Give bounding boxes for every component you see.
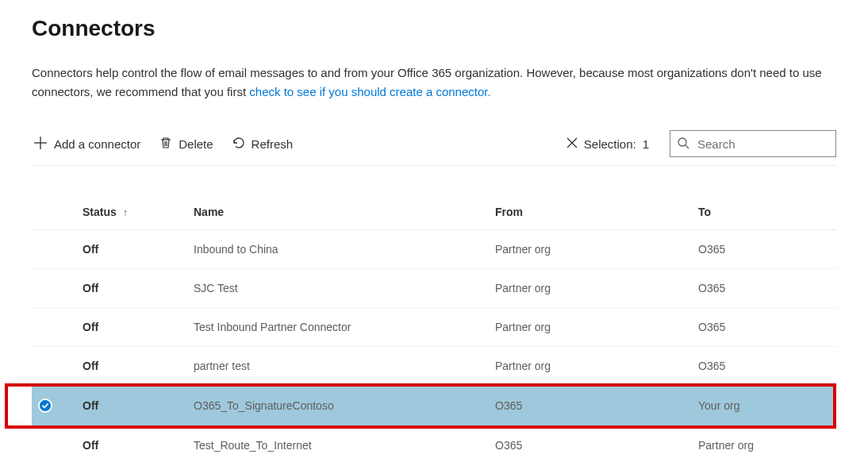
trash-icon (159, 137, 172, 152)
header-checkbox[interactable] (32, 198, 76, 230)
delete-label: Delete (179, 137, 213, 151)
delete-button[interactable]: Delete (158, 133, 214, 155)
header-from[interactable]: From (489, 198, 692, 230)
table-row[interactable]: OffO365_To_SignatureContosoO365Your org (32, 386, 836, 426)
search-icon (677, 137, 689, 152)
sort-ascending-icon: ↑ (123, 206, 129, 218)
row-to: Your org (692, 386, 836, 426)
row-name[interactable]: O365_To_SignatureContoso (187, 386, 489, 426)
row-checkbox-cell[interactable] (32, 347, 76, 386)
row-status: Off (76, 269, 187, 308)
row-status: Off (76, 347, 187, 386)
row-from: Partner org (489, 347, 692, 386)
svg-point-6 (678, 138, 686, 146)
table-row[interactable]: OffSJC TestPartner orgO365 (32, 269, 836, 308)
row-checkbox-cell[interactable] (32, 386, 76, 426)
header-to[interactable]: To (692, 198, 836, 230)
page-title: Connectors (32, 16, 836, 41)
plus-icon (33, 136, 48, 152)
row-name[interactable]: Inbound to China (187, 230, 489, 269)
selection-indicator[interactable]: Selection: 1 (567, 137, 649, 151)
row-from: Partner org (489, 230, 692, 269)
page-description: Connectors help control the flow of emai… (32, 64, 833, 102)
checkmark-icon (38, 398, 52, 413)
close-icon (567, 137, 578, 151)
header-status-label: Status (83, 206, 117, 218)
row-checkbox-cell[interactable] (32, 426, 76, 459)
connectors-table: Status ↑ Name From To OffInbound to Chin… (32, 198, 836, 458)
table-row[interactable]: Offpartner testPartner orgO365 (32, 347, 836, 386)
search-input[interactable] (696, 137, 850, 152)
svg-line-7 (686, 145, 689, 148)
row-checkbox-cell[interactable] (32, 269, 76, 308)
header-status[interactable]: Status ↑ (76, 198, 187, 230)
row-from: O365 (489, 386, 692, 426)
refresh-label: Refresh (252, 137, 294, 151)
row-from: Partner org (489, 269, 692, 308)
add-connector-label: Add a connector (54, 137, 140, 151)
row-status: Off (76, 386, 187, 426)
row-to: O365 (692, 230, 836, 269)
row-checkbox-cell[interactable] (32, 230, 76, 269)
table-row[interactable]: OffInbound to ChinaPartner orgO365 (32, 230, 836, 269)
row-from: O365 (489, 426, 692, 459)
selection-label: Selection: (584, 137, 636, 151)
row-checkbox-cell[interactable] (32, 308, 76, 347)
row-status: Off (76, 426, 187, 459)
check-connector-link[interactable]: check to see if you should create a conn… (249, 85, 490, 98)
row-name[interactable]: SJC Test (187, 269, 489, 308)
row-to: O365 (692, 308, 836, 347)
row-to: O365 (692, 347, 836, 386)
search-box[interactable] (670, 130, 836, 157)
row-from: Partner org (489, 308, 692, 347)
header-name[interactable]: Name (187, 198, 489, 230)
add-connector-button[interactable]: Add a connector (32, 133, 142, 156)
row-name[interactable]: partner test (187, 347, 489, 386)
row-to: O365 (692, 269, 836, 308)
row-status: Off (76, 230, 187, 269)
row-name[interactable]: Test Inbound Partner Connector (187, 308, 489, 347)
selection-count: 1 (643, 137, 649, 151)
toolbar: Add a connector Delete Refresh Selection… (32, 124, 836, 166)
row-status: Off (76, 308, 187, 347)
table-row[interactable]: OffTest Inbound Partner ConnectorPartner… (32, 308, 836, 347)
refresh-button[interactable]: Refresh (231, 133, 295, 155)
table-row[interactable]: OffTest_Route_To_InternetO365Partner org (32, 426, 836, 459)
refresh-icon (232, 137, 245, 152)
table-header-row: Status ↑ Name From To (32, 198, 836, 230)
row-name[interactable]: Test_Route_To_Internet (187, 426, 489, 459)
row-to: Partner org (692, 426, 836, 459)
